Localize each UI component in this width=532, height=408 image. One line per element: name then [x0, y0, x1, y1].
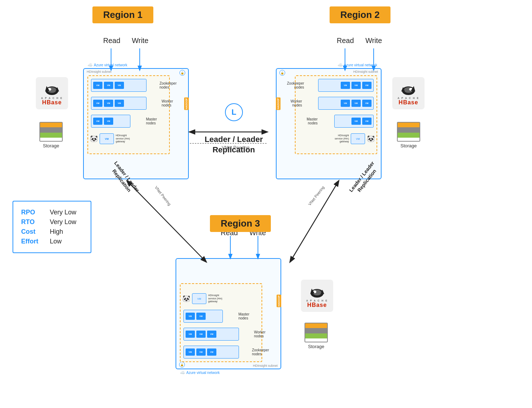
rto-key: RTO — [21, 218, 50, 226]
azure-vnet-label-r1: ☁️ Azure virtual network — [87, 62, 127, 67]
zookeeper-row-r2: Zookeepernodes VM VM VM — [318, 79, 374, 92]
l-circle: L — [225, 103, 243, 121]
cost-val: High — [50, 228, 63, 236]
region3-banner: Region 3 — [210, 215, 271, 232]
master-row-r3: VM VM Masternodes — [183, 310, 223, 323]
cost-key: Cost — [21, 228, 50, 236]
worker-row-r1: VM VM VM Workernodes — [91, 97, 147, 110]
effort-key: Effort — [21, 238, 50, 245]
rto-row: RTO Very Low — [21, 218, 83, 226]
left-vnet-label: VNet Peering — [154, 185, 172, 207]
lock-icon-r3: 🔒 — [179, 362, 185, 367]
lock-icon-r2: 🔒 — [279, 70, 285, 76]
hdinsight-subnet-label-r3: HDInsight subnet — [253, 364, 278, 367]
azure-vnet-label-r2: Azure virtual network ☁️ — [337, 62, 377, 67]
yellow-inner-r1: VM VM VM Zookeepernodes VM VM VM Workern… — [87, 75, 170, 154]
rto-val: Very Low — [50, 218, 76, 226]
info-box: RPO Very Low RTO Very Low Cost High Effo… — [13, 201, 91, 253]
svg-line-9 — [290, 181, 339, 262]
storage-r3: Storage — [305, 323, 328, 349]
hdinsight-subnet-label-r2: HDInsight subnet — [353, 70, 378, 73]
rpo-val: Very Low — [50, 209, 76, 216]
hbase-logo-r2: A P A C H E HBase — [392, 77, 425, 109]
worker-row-r2: Workernodes VM VM VM — [318, 97, 374, 110]
hbase-logo-r3: A P A C H E HBase — [301, 280, 333, 312]
cost-row: Cost High — [21, 228, 83, 236]
storage-r1: Storage — [39, 122, 63, 148]
hadoop-badge-r1: HADOOP — [184, 98, 189, 110]
storage-r2: Storage — [397, 122, 420, 148]
right-vnet-label: VNet Peering — [307, 185, 325, 207]
region2-banner: Region 2 — [330, 6, 390, 23]
master-row-r2: Masternodes VM VM — [334, 115, 374, 128]
region2-cluster: Azure virtual network ☁️ HDInsight subne… — [276, 68, 382, 179]
edge-row-r2: 🐼 VM HDInsightservice (Hm)gateway — [335, 133, 375, 144]
r2-write-label: Write — [365, 37, 382, 45]
effort-val: Low — [50, 238, 62, 245]
region1-banner: Region 1 — [92, 6, 153, 23]
yellow-inner-r2: Zookeepernodes VM VM VM Workernodes VM V… — [295, 75, 377, 154]
r1-write-label: Write — [132, 37, 148, 45]
hadoop-badge-r2: HADOOP — [276, 98, 281, 110]
lock-icon-r1: 🔒 — [179, 70, 185, 76]
rpo-row: RPO Very Low — [21, 209, 83, 216]
hbase-logo-r1: A P A C H E HBase — [36, 77, 68, 109]
zookeeper-row-r1: VM VM VM Zookeepernodes — [91, 79, 147, 92]
region3-cluster: ☁️ Azure virtual network HDInsight subne… — [176, 258, 281, 369]
edge-row-r1: 🐼 VM HDInsightservice (Hm)gateway — [90, 133, 130, 144]
zookeeper-row-r3: VM VM VM Zookeepernodes — [183, 346, 239, 359]
r2-read-label: Read — [337, 37, 354, 45]
yellow-inner-r3: VM VM VM Zookeepernodes VM VM VM Workern… — [180, 283, 262, 362]
diagram-container: Region 1 Region 2 Region 3 Read Write Re… — [0, 0, 532, 408]
svg-line-8 — [127, 181, 206, 262]
effort-row: Effort Low — [21, 238, 83, 245]
vnet-peering-center: VNet Peering — [206, 145, 265, 150]
worker-row-r3: VM VM VM Workernodes — [183, 328, 239, 341]
azure-vnet-label-r3: ☁️ Azure virtual network — [180, 370, 220, 375]
hadoop-badge-r3: HADOOP — [277, 295, 281, 307]
master-row-r1: VM VM Masternodes — [91, 115, 130, 128]
rpo-key: RPO — [21, 209, 50, 216]
r1-read-label: Read — [103, 37, 120, 45]
hdinsight-subnet-label-r1: HDInsight subnet — [87, 70, 111, 73]
region1-cluster: ☁️ Azure virtual network HDInsight subne… — [83, 68, 189, 179]
edge-row-r3: 🐼 VM HDInsightservice (Hm)gateway — [182, 293, 222, 304]
